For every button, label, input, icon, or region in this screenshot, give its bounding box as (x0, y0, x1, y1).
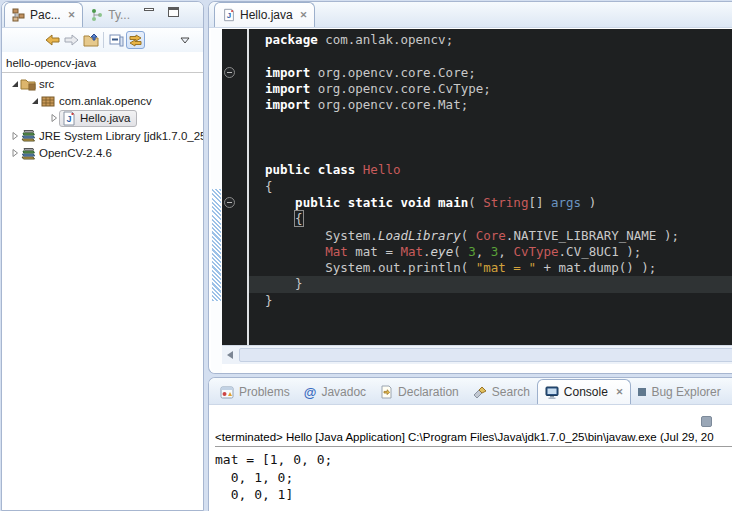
declaration-icon (380, 385, 393, 399)
package-explorer-toolbar (2, 28, 203, 52)
back-arrow-icon (45, 34, 60, 46)
view-menu-button[interactable] (175, 31, 194, 49)
horizontal-scrollbar[interactable] (222, 345, 732, 364)
minimize-icon[interactable] (144, 8, 156, 18)
svg-text:J: J (66, 114, 71, 124)
code-line-12: { (249, 211, 732, 227)
tab-bug-explorer[interactable]: Bug Explorer (631, 380, 727, 404)
console-icon (545, 386, 559, 399)
code-line-8 (249, 146, 732, 162)
tab-label: Pac... (30, 8, 61, 22)
code-text[interactable]: package com.anlak.opencv; import org.ope… (249, 29, 732, 345)
tab-type-hierarchy[interactable]: Ty... (83, 3, 137, 27)
fold-collapse-icon[interactable] (224, 197, 235, 208)
close-icon[interactable]: ✕ (300, 10, 308, 20)
code-line-16: } (249, 276, 732, 292)
scrollbar-thumb[interactable] (239, 348, 732, 362)
project-root-label[interactable]: hello-opencv-java (2, 52, 203, 72)
code-line-9: public class Hello (249, 162, 732, 178)
tab-hello-java[interactable]: J Hello.java ✕ (214, 2, 315, 27)
tab-label: Search (492, 385, 530, 399)
tree-item-opencv-library[interactable]: OpenCV-2.4.6 (2, 145, 203, 162)
tab-label: Javadoc (321, 385, 366, 399)
console-view: Problems @ Javadoc Declaration Search Co… (208, 377, 732, 511)
tab-label: Problems (239, 385, 290, 399)
search-icon (473, 386, 487, 399)
collapsed-arrow-icon[interactable] (10, 148, 20, 158)
tree-item-hello-java[interactable]: J Hello.java (2, 110, 203, 127)
problems-icon (220, 386, 234, 399)
tab-bug[interactable]: Bug (728, 380, 732, 404)
up-folder-icon (83, 33, 99, 47)
tab-problems[interactable]: Problems (213, 380, 297, 404)
expanded-arrow-icon[interactable] (30, 96, 40, 106)
collapsed-arrow-icon[interactable] (10, 131, 20, 141)
code-line-1: package com.anlak.opencv; (249, 32, 732, 48)
link-with-editor-icon (128, 34, 143, 47)
tab-label: Declaration (398, 385, 459, 399)
collapse-all-icon (109, 34, 124, 47)
editor-content: package com.anlak.opencv; import org.ope… (211, 29, 732, 373)
folding-gutter (222, 29, 247, 345)
tab-search[interactable]: Search (466, 380, 537, 404)
tab-declaration[interactable]: Declaration (373, 380, 466, 404)
maximize-icon[interactable] (168, 7, 180, 17)
console-line-1: mat = [1, 0, 0; (215, 451, 732, 469)
tab-label: Console (564, 385, 608, 399)
expanded-arrow-icon[interactable] (10, 79, 20, 89)
java-file-icon: J (222, 8, 236, 22)
editor-area: J Hello.java ✕ package com.anlak.opencv;… (208, 1, 732, 374)
vertical-ruler (211, 29, 222, 373)
console-title: <terminated> Hello [Java Application] C:… (215, 431, 732, 447)
selected-item-highlight: J Hello.java (59, 110, 137, 127)
tree-item-label: Hello.java (80, 112, 131, 124)
source-folder-icon (20, 76, 36, 91)
tab-console[interactable]: Console ✕ (537, 379, 632, 404)
code-line-11: public static void main( String[] args ) (249, 195, 732, 211)
tab-javadoc[interactable]: @ Javadoc (297, 380, 373, 404)
package-icon (40, 94, 56, 109)
forward-button[interactable] (62, 31, 81, 49)
fold-collapse-icon[interactable] (224, 67, 235, 78)
code-line-5: import org.opencv.core.Mat; (249, 97, 732, 113)
code-line-4: import org.opencv.core.CvType; (249, 81, 732, 97)
back-button[interactable] (43, 31, 62, 49)
bug-explorer-icon (638, 388, 646, 396)
code-line-10: { (249, 179, 732, 195)
svg-text:J: J (227, 11, 231, 20)
console-toolbar (209, 405, 732, 431)
tree-item-src[interactable]: src (2, 75, 203, 92)
code-line-7 (249, 130, 732, 146)
tab-label: Bug Explorer (651, 385, 720, 399)
code-line-17: } (249, 293, 732, 309)
package-explorer-tree: src com.anlak.opencv J Hello.java JRE (2, 73, 203, 162)
collapse-all-button[interactable] (107, 31, 126, 49)
java-file-icon: J (61, 111, 77, 126)
code-line-2 (249, 48, 732, 64)
code-line-14: Mat mat = Mat.eye( 3, 3, CvType.CV_8UC1 … (249, 244, 732, 260)
close-icon[interactable]: ✕ (616, 387, 624, 397)
tab-label: Ty... (108, 8, 130, 22)
tree-item-label: src (39, 78, 54, 90)
close-icon[interactable]: ✕ (68, 10, 76, 20)
tree-item-label: com.anlak.opencv (59, 95, 152, 107)
console-output[interactable]: mat = [1, 0, 0; 0, 1, 0; 0, 0, 1] (209, 447, 732, 504)
javadoc-icon: @ (304, 385, 317, 400)
collapsed-arrow-icon[interactable] (49, 113, 59, 123)
link-with-editor-button[interactable] (126, 31, 145, 49)
terminate-icon[interactable] (701, 416, 712, 427)
up-folder-button[interactable] (81, 31, 100, 49)
console-line-2: 0, 1, 0; (215, 469, 732, 487)
tree-item-package[interactable]: com.anlak.opencv (2, 92, 203, 109)
scroll-left-arrow-icon[interactable] (227, 351, 233, 359)
tab-package-explorer[interactable]: Pac... ✕ (4, 2, 83, 27)
package-explorer-view: Pac... ✕ Ty... hello (1, 1, 204, 511)
code-line-13: System.LoadLibrary( Core.NATIVE_LIBRARY_… (249, 228, 732, 244)
tree-item-jre-library[interactable]: JRE System Library [jdk1.7.0_25] (2, 127, 203, 144)
tab-label: Hello.java (240, 8, 293, 22)
code-line-3: import org.opencv.core.Core; (249, 65, 732, 81)
code-editor[interactable]: package com.anlak.opencv; import org.ope… (222, 29, 732, 345)
bottom-tab-row: Problems @ Javadoc Declaration Search Co… (209, 378, 732, 405)
code-line-15: System.out.println( "mat = " + mat.dump(… (249, 260, 732, 276)
tree-item-label: OpenCV-2.4.6 (39, 147, 112, 159)
